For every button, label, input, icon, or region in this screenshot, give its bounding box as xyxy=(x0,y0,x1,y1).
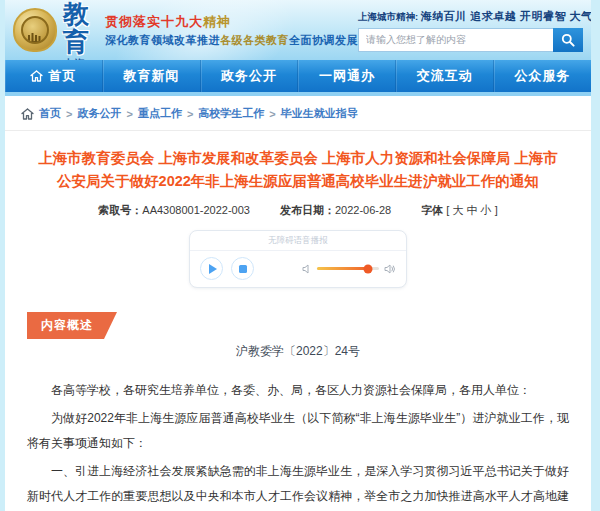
font-size-medium[interactable]: 中 xyxy=(467,204,478,216)
nav-item-interaction[interactable]: 交流互动 xyxy=(396,60,494,92)
search-icon xyxy=(561,33,575,47)
home-icon xyxy=(30,70,43,82)
page: 上海教育 上海市教育委员会主办 贯彻落实十九大精神 深化教育领域改革推进各级各类… xyxy=(0,0,600,511)
font-size-small[interactable]: 小 xyxy=(481,204,492,216)
volume-high-icon xyxy=(384,264,396,274)
paragraph: 一、引进上海经济社会发展紧缺急需的非上海生源毕业生，是深入学习贯彻习近平总书记关… xyxy=(27,459,569,511)
main-content: 首页 > 政务公开 > 重点工作 > 高校学生工作 > 毕业生就业指导 上海市教… xyxy=(5,96,591,511)
stop-button[interactable] xyxy=(231,257,254,280)
main-nav: 首页 教育新闻 政务公开 一网通办 交流互动 公众服务 xyxy=(5,60,591,96)
article-title: 上海市教育委员会 上海市发展和改革委员会 上海市人力资源和社会保障局 上海市公安… xyxy=(31,147,565,193)
nav-item-one-portal[interactable]: 一网通办 xyxy=(298,60,396,92)
breadcrumb-graduate-employment[interactable]: 毕业生就业指导 xyxy=(281,106,358,121)
volume-knob[interactable] xyxy=(363,264,372,273)
article: 上海市教育委员会 上海市发展和改革委员会 上海市人力资源和社会保障局 上海市公安… xyxy=(5,147,591,511)
article-body: 各高等学校，各研究生培养单位，各委、办、局，各区人力资源社会保障局，各用人单位：… xyxy=(27,378,569,511)
play-icon xyxy=(209,264,217,274)
volume-fill xyxy=(317,267,368,270)
breadcrumb-separator: > xyxy=(126,108,132,120)
shanghai-education-logo-icon xyxy=(13,8,57,52)
slogan-line-2: 深化教育领域改革推进各级各类教育全面协调发展 xyxy=(105,32,358,49)
city-spirit-text: 上海城市精神: 海纳百川 追求卓越 开明睿智 大气谦和 xyxy=(358,9,583,24)
index-number: 索取号：AA4308001-2022-003 xyxy=(98,203,250,218)
breadcrumb-separator: > xyxy=(187,108,193,120)
volume-low-icon xyxy=(302,264,312,274)
article-meta: 索取号：AA4308001-2022-003 发布日期：2022-06-28 字… xyxy=(27,203,569,218)
breadcrumb: 首页 > 政务公开 > 重点工作 > 高校学生工作 > 毕业生就业指导 xyxy=(5,96,591,131)
search-input[interactable] xyxy=(358,28,553,52)
publish-date: 发布日期：2022-06-28 xyxy=(280,203,391,218)
site-logo[interactable]: 上海教育 上海市教育委员会主办 xyxy=(13,0,93,60)
document-number: 沪教委学〔2022〕24号 xyxy=(27,343,569,360)
breadcrumb-home-icon xyxy=(21,108,34,120)
section-tab-summary: 内容概述 xyxy=(27,312,117,339)
audio-player: 无障碍语音播报 xyxy=(189,230,407,288)
breadcrumb-gov-affairs[interactable]: 政务公开 xyxy=(77,106,121,121)
breadcrumb-home[interactable]: 首页 xyxy=(39,106,61,121)
volume-slider[interactable] xyxy=(317,267,379,270)
search-button[interactable] xyxy=(553,28,583,52)
paragraph: 为做好2022年非上海生源应届普通高校毕业生（以下简称“非上海生源毕业生”）进沪… xyxy=(27,406,569,456)
breadcrumb-college-student-work[interactable]: 高校学生工作 xyxy=(198,106,264,121)
site-title: 上海教育 xyxy=(63,0,93,56)
site-subtitle: 上海市教育委员会主办 xyxy=(63,58,93,60)
audio-player-title: 无障碍语音播报 xyxy=(190,231,406,251)
breadcrumb-key-work[interactable]: 重点工作 xyxy=(138,106,182,121)
nav-item-news[interactable]: 教育新闻 xyxy=(103,60,201,92)
search-bar xyxy=(358,28,583,52)
font-size-control: 字体 [ 大 中 小 ] xyxy=(421,203,497,218)
stop-icon xyxy=(239,265,247,273)
banner-slogans: 贯彻落实十九大精神 深化教育领域改革推进各级各类教育全面协调发展 xyxy=(105,12,358,48)
font-size-large[interactable]: 大 xyxy=(452,204,463,216)
nav-item-gov-affairs[interactable]: 政务公开 xyxy=(201,60,299,92)
paragraph: 各高等学校，各研究生培养单位，各委、办、局，各区人力资源社会保障局，各用人单位： xyxy=(27,378,569,403)
breadcrumb-separator: > xyxy=(66,108,72,120)
slogan-line-1: 贯彻落实十九大精神 xyxy=(105,12,358,32)
play-button[interactable] xyxy=(200,257,223,280)
breadcrumb-separator: > xyxy=(269,108,275,120)
site-banner: 上海教育 上海市教育委员会主办 贯彻落实十九大精神 深化教育领域改革推进各级各类… xyxy=(5,0,591,60)
nav-item-home[interactable]: 首页 xyxy=(5,60,103,92)
nav-item-public-service[interactable]: 公众服务 xyxy=(494,60,591,92)
